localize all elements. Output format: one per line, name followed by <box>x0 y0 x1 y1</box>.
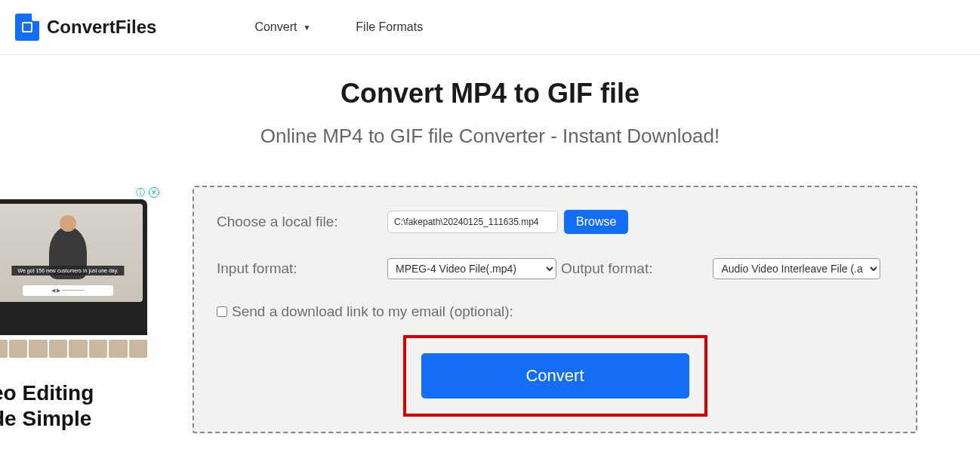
ad-info-icon[interactable]: ⓘ <box>135 187 146 198</box>
output-format-label: Output format: <box>561 260 652 277</box>
output-format-select[interactable]: Audio Video Interleave File (.avi) <box>713 258 880 279</box>
converter-form: Choose a local file: Browse Input format… <box>193 186 917 433</box>
main-nav: Convert ▼ File Formats <box>254 20 423 34</box>
ad-banner-text: We got 156 new customers in just one day… <box>11 266 124 275</box>
convert-button[interactable]: Convert <box>421 353 689 399</box>
ad-laptop-image: We got 156 new customers in just one day… <box>0 199 147 335</box>
email-checkbox[interactable] <box>217 306 227 317</box>
choose-file-label: Choose a local file: <box>217 214 387 230</box>
input-format-label: Input format: <box>217 260 387 277</box>
advertisement: ⓘ ✕ We got 156 new customers in just one… <box>0 186 162 431</box>
browse-button[interactable]: Browse <box>564 210 628 234</box>
main-content: Convert MP4 to GIF file Online MP4 to GI… <box>0 55 980 433</box>
nav-file-formats-label: File Formats <box>356 20 423 34</box>
page-title: Convert MP4 to GIF file <box>0 78 980 109</box>
brand-name: ConvertFiles <box>47 17 156 38</box>
ad-close-icon[interactable]: ✕ <box>149 187 159 198</box>
nav-convert-label: Convert <box>254 20 297 34</box>
convert-highlight-box: Convert <box>403 335 707 417</box>
ad-heading-1: eo Editing <box>0 380 159 406</box>
header: ConvertFiles Convert ▼ File Formats <box>0 0 980 55</box>
file-path-input[interactable] <box>387 211 558 233</box>
nav-file-formats[interactable]: File Formats <box>356 20 423 34</box>
page-subtitle: Online MP4 to GIF file Converter - Insta… <box>0 125 980 148</box>
chevron-down-icon: ▼ <box>303 23 310 32</box>
logo[interactable]: ConvertFiles <box>15 14 156 41</box>
nav-convert[interactable]: Convert ▼ <box>254 20 310 34</box>
input-format-select[interactable]: MPEG-4 Video File(.mp4) <box>387 258 556 279</box>
logo-icon <box>15 14 39 41</box>
email-checkbox-label: Send a download link to my email (option… <box>232 303 513 320</box>
ad-heading-2: de Simple <box>0 406 159 432</box>
